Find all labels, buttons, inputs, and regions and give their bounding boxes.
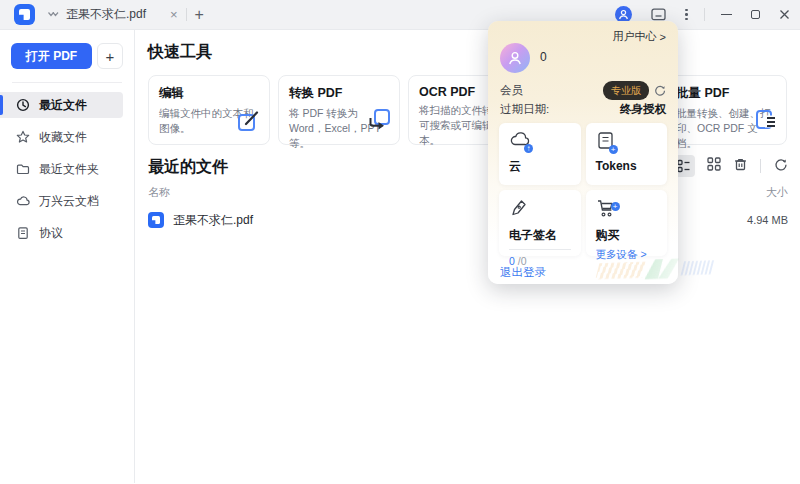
card-title: 编辑 [159,85,259,102]
agreement-icon [16,226,30,240]
profile-avatar[interactable] [500,43,530,73]
pdf-file-icon [148,212,164,228]
quick-tools-cards: 编辑 编辑文件中的文本和图像。 转换 PDF 将 PDF 转换为 Word，Ex… [148,75,788,145]
user-panel-grid: ↑ 云 + Tokens 电子签名 0 /0 [499,123,667,256]
refresh-plan-icon[interactable] [653,84,666,97]
member-label: 会员 [500,83,523,98]
view-toolbar [673,155,788,177]
more-vertical-icon[interactable] [685,9,688,21]
profile-count: 0 [540,50,547,64]
quick-tools-title: 快速工具 [148,42,788,61]
sidebar-divider [12,82,122,83]
toolbar-divider [760,159,761,173]
document-tab[interactable]: 歪果不求仁.pdf × [47,6,178,23]
card-convert-pdf[interactable]: 转换 PDF 将 PDF 转换为 Word，Excel，PPT等。 [278,75,400,145]
app-logo [14,4,35,25]
sidebar-item-label: 最近文件 [39,97,87,114]
cart-plus-icon: + [596,204,618,221]
card-title: 批量 PDF [676,85,776,102]
sidebar-item-label: 最近文件夹 [39,161,99,178]
main-content: 快速工具 编辑 编辑文件中的文本和图像。 转换 PDF 将 PDF 转换为 Wo… [135,30,800,483]
tile-label: 云 [509,158,571,175]
card-title: 转换 PDF [289,85,389,102]
tab-close-icon[interactable]: × [170,8,178,21]
column-size: 大小 [766,185,788,200]
tile-esign[interactable]: 电子签名 0 /0 [499,190,581,256]
sidebar-item-recent-files[interactable]: 最近文件 [0,92,123,118]
clock-icon [16,98,30,112]
feedback-icon[interactable] [651,8,666,21]
logout-link[interactable]: 退出登录 [500,265,546,280]
recent-files-title: 最近的文件 [148,157,228,176]
card-edit[interactable]: 编辑 编辑文件中的文本和图像。 [148,75,270,145]
sidebar-item-recent-folders[interactable]: 最近文件夹 [0,156,123,182]
tab-divider [186,8,187,21]
cloud-icon [16,194,30,208]
edit-icon [236,107,262,137]
esign-pen-icon [509,204,530,221]
sidebar-item-label: 协议 [39,225,63,242]
pdfelement-window: 歪果不求仁.pdf × + 打开 PDF + [0,0,800,484]
new-tab-button[interactable]: + [195,7,204,23]
card-batch-pdf[interactable]: 批量 PDF 批量转换、创建、打印、OCR PDF 文档。 [665,75,787,145]
file-size: 4.94 MB [747,214,788,226]
tile-buy[interactable]: + 购买 更多设备 > [586,190,668,256]
plan-badge: 专业版 [603,81,649,100]
maximize-icon[interactable] [751,10,761,20]
tile-divider [509,249,571,250]
star-icon [16,130,30,144]
sidebar-item-agreement[interactable]: 协议 [0,220,123,246]
tile-label: Tokens [596,159,658,173]
cloud-upload-icon: ↑ [509,135,531,152]
sidebar: 打开 PDF + 最近文件 收藏文件 最近文件夹 [0,30,135,483]
expiry-label: 过期日期: [500,102,549,117]
user-center-label: 用户中心 [613,29,657,44]
file-name: 歪果不求仁.pdf [173,212,253,229]
file-row[interactable]: 歪果不求仁.pdf 4.94 MB [148,209,788,231]
file-list-header: 名称 大小 [148,185,788,200]
user-center-link[interactable]: 用户中心 > [613,29,666,44]
tile-tokens[interactable]: + Tokens [586,123,668,185]
sidebar-item-favorites[interactable]: 收藏文件 [0,124,123,150]
column-name: 名称 [148,185,170,200]
more-devices-link[interactable]: 更多设备 > [596,248,658,262]
sidebar-item-label: 万兴云文档 [39,193,99,210]
batch-icon [753,107,779,137]
sidebar-item-cloud-docs[interactable]: 万兴云文档 [0,188,123,214]
sidebar-nav: 最近文件 收藏文件 最近文件夹 万兴云文档 协议 [0,92,134,246]
controls-divider [704,8,705,21]
minimize-icon[interactable] [721,14,732,16]
tile-label: 购买 [596,227,658,244]
folder-icon [16,162,30,176]
tile-label: 电子签名 [509,227,571,244]
app-logo-glyph [19,9,30,20]
expiry-value: 终身授权 [620,102,666,117]
convert-icon [366,107,392,137]
open-pdf-button[interactable]: 打开 PDF [11,43,92,69]
double-chevron-down-icon[interactable] [47,10,60,20]
chevron-right-icon: > [660,31,666,43]
trash-icon[interactable] [733,157,748,176]
tile-cloud[interactable]: ↑ 云 [499,123,581,185]
sidebar-item-label: 收藏文件 [39,129,87,146]
user-center-popup: 用户中心 > 0 会员 专业版 过期日期: 终身授权 ↑ 云 [488,21,678,284]
titlebar: 歪果不求仁.pdf × + [0,0,800,30]
grid-view-icon[interactable] [707,157,721,175]
token-document-icon: + [596,136,616,153]
tab-title: 歪果不求仁.pdf [66,6,162,23]
close-icon[interactable] [779,9,790,20]
sync-icon[interactable] [773,157,788,176]
add-file-button[interactable]: + [97,43,123,69]
